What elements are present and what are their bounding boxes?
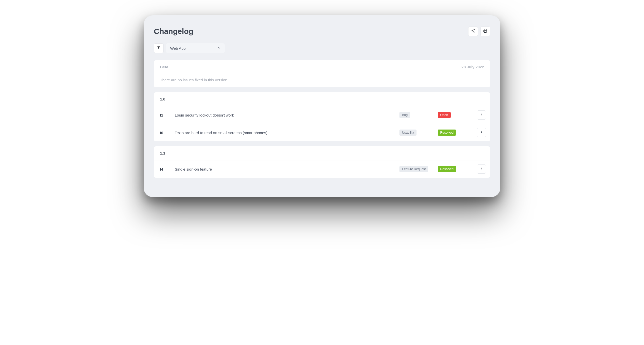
chevron-right-icon	[480, 167, 483, 171]
issue-id: I4	[160, 167, 175, 171]
version-section-1-1: 1.1 I4 Single sign-on feature Feature Re…	[154, 146, 490, 178]
issue-type-badge: Usability	[399, 130, 417, 136]
share-button[interactable]	[468, 27, 478, 36]
issue-arrow-col	[476, 128, 486, 137]
empty-message: There are no issues fixed in this versio…	[154, 74, 490, 87]
version-header: 1.1	[154, 146, 490, 160]
header-actions	[468, 27, 490, 36]
issue-status-col: Resolved	[438, 130, 476, 136]
issue-status-badge: Resolved	[438, 166, 456, 172]
issue-id: I6	[160, 131, 175, 135]
version-label: 1.0	[160, 97, 165, 101]
issue-status-col: Open	[438, 112, 476, 118]
filter-icon	[157, 46, 160, 50]
version-header: Beta 28 July 2022	[154, 60, 490, 74]
version-header: 1.0	[154, 92, 490, 106]
open-issue-button[interactable]	[477, 128, 486, 137]
issue-title: Single sign-on feature	[175, 167, 399, 171]
issue-row: I4 Single sign-on feature Feature Reques…	[154, 160, 490, 178]
issue-type-col: Feature Request	[399, 166, 438, 172]
issue-arrow-col	[476, 110, 486, 120]
chevron-right-icon	[480, 130, 483, 135]
print-icon	[483, 29, 487, 34]
issue-id: I1	[160, 113, 175, 117]
version-label: Beta	[160, 65, 168, 69]
issue-type-col: Bug	[399, 112, 438, 118]
svg-point-2	[474, 32, 475, 33]
page-title: Changelog	[154, 27, 193, 36]
filters-bar: Web App	[154, 43, 490, 53]
svg-rect-3	[484, 31, 486, 32]
project-dropdown-label: Web App	[170, 46, 186, 50]
issue-status-col: Resolved	[438, 166, 476, 172]
issue-row: I1 Login security lockout doesn't work B…	[154, 106, 490, 124]
issue-title: Login security lockout doesn't work	[175, 113, 399, 117]
chevron-right-icon	[480, 113, 483, 117]
version-section-beta: Beta 28 July 2022 There are no issues fi…	[154, 60, 490, 87]
share-icon	[471, 29, 475, 34]
changelog-card: Changelog Web App	[144, 15, 500, 197]
version-section-1-0: 1.0 I1 Login security lockout doesn't wo…	[154, 92, 490, 141]
open-issue-button[interactable]	[477, 164, 486, 174]
svg-point-1	[472, 30, 473, 31]
svg-point-0	[474, 29, 475, 30]
filter-button[interactable]	[154, 43, 164, 53]
chevron-down-icon	[218, 46, 221, 50]
issue-arrow-col	[476, 164, 486, 174]
issue-type-col: Usability	[399, 130, 438, 136]
open-issue-button[interactable]	[477, 110, 486, 120]
issue-status-badge: Resolved	[438, 130, 456, 136]
issue-type-badge: Bug	[399, 112, 410, 118]
print-button[interactable]	[480, 27, 490, 36]
header: Changelog	[154, 27, 490, 36]
issue-title: Texts are hard to read on small screens …	[175, 131, 399, 135]
issue-row: I6 Texts are hard to read on small scree…	[154, 124, 490, 141]
version-date: 28 July 2022	[462, 65, 484, 69]
issue-status-badge: Open	[438, 112, 451, 118]
version-label: 1.1	[160, 151, 165, 155]
project-dropdown[interactable]: Web App	[166, 43, 225, 53]
issue-type-badge: Feature Request	[399, 166, 428, 172]
